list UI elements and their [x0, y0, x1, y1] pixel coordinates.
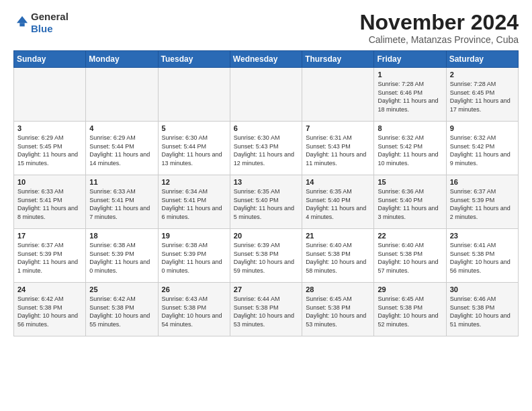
calendar-cell: 5Sunrise: 6:30 AM Sunset: 5:44 PM Daylig… [158, 122, 230, 175]
day-content: Sunrise: 6:34 AM Sunset: 5:41 PM Dayligh… [162, 187, 226, 221]
day-number: 1 [378, 71, 442, 79]
weekday-header-row: SundayMondayTuesdayWednesdayThursdayFrid… [14, 51, 519, 68]
week-row-5: 24Sunrise: 6:42 AM Sunset: 5:38 PM Dayli… [14, 283, 519, 336]
svg-rect-1 [19, 23, 24, 26]
weekday-header-thursday: Thursday [302, 51, 374, 68]
day-content: Sunrise: 6:46 AM Sunset: 5:38 PM Dayligh… [450, 295, 515, 328]
day-content: Sunrise: 7:28 AM Sunset: 6:45 PM Dayligh… [450, 80, 515, 113]
day-content: Sunrise: 6:41 AM Sunset: 5:38 PM Dayligh… [450, 241, 515, 275]
day-number: 21 [306, 232, 370, 240]
day-content: Sunrise: 6:42 AM Sunset: 5:38 PM Dayligh… [17, 295, 82, 328]
day-number: 29 [378, 285, 442, 293]
day-content: Sunrise: 6:33 AM Sunset: 5:41 PM Dayligh… [89, 187, 154, 221]
day-content: Sunrise: 6:42 AM Sunset: 5:38 PM Dayligh… [89, 295, 154, 328]
calendar-cell: 24Sunrise: 6:42 AM Sunset: 5:38 PM Dayli… [14, 283, 86, 336]
day-content: Sunrise: 6:43 AM Sunset: 5:38 PM Dayligh… [162, 295, 226, 328]
calendar-title: November 2024 [359, 11, 519, 34]
calendar-cell: 6Sunrise: 6:30 AM Sunset: 5:43 PM Daylig… [230, 122, 302, 175]
calendar-cell [302, 68, 374, 122]
day-number: 7 [306, 124, 370, 132]
day-number: 6 [234, 124, 298, 132]
day-number: 15 [378, 178, 442, 186]
week-row-4: 17Sunrise: 6:37 AM Sunset: 5:39 PM Dayli… [14, 229, 519, 283]
day-content: Sunrise: 6:32 AM Sunset: 5:42 PM Dayligh… [450, 134, 515, 167]
calendar-cell: 20Sunrise: 6:39 AM Sunset: 5:38 PM Dayli… [230, 229, 302, 283]
day-content: Sunrise: 6:40 AM Sunset: 5:38 PM Dayligh… [378, 241, 442, 275]
day-number: 12 [162, 178, 226, 186]
calendar-table: SundayMondayTuesdayWednesdayThursdayFrid… [13, 50, 519, 336]
week-row-1: 1Sunrise: 7:28 AM Sunset: 6:46 PM Daylig… [14, 68, 519, 122]
calendar-subtitle: Calimete, Matanzas Province, Cuba [359, 34, 519, 45]
calendar-cell: 13Sunrise: 6:35 AM Sunset: 5:40 PM Dayli… [230, 175, 302, 229]
calendar-cell: 29Sunrise: 6:45 AM Sunset: 5:38 PM Dayli… [374, 283, 446, 336]
calendar-cell: 3Sunrise: 6:29 AM Sunset: 5:45 PM Daylig… [14, 122, 86, 175]
day-number: 4 [89, 124, 154, 132]
day-number: 3 [17, 124, 82, 132]
svg-marker-0 [17, 16, 28, 23]
day-content: Sunrise: 6:45 AM Sunset: 5:38 PM Dayligh… [306, 295, 370, 328]
day-number: 22 [378, 232, 442, 240]
day-number: 28 [306, 285, 370, 293]
day-number: 27 [234, 285, 298, 293]
calendar-cell: 19Sunrise: 6:38 AM Sunset: 5:39 PM Dayli… [158, 229, 230, 283]
logo-icon [15, 14, 30, 29]
calendar-cell: 21Sunrise: 6:40 AM Sunset: 5:38 PM Dayli… [302, 229, 374, 283]
day-content: Sunrise: 6:31 AM Sunset: 5:43 PM Dayligh… [306, 134, 370, 167]
page-header: General Blue November 2024 Calimete, Mat… [13, 11, 519, 45]
calendar-cell: 11Sunrise: 6:33 AM Sunset: 5:41 PM Dayli… [86, 175, 158, 229]
day-content: Sunrise: 6:33 AM Sunset: 5:41 PM Dayligh… [17, 187, 82, 221]
weekday-header-wednesday: Wednesday [230, 51, 302, 68]
day-number: 20 [234, 232, 298, 240]
day-content: Sunrise: 6:30 AM Sunset: 5:44 PM Dayligh… [162, 134, 226, 167]
calendar-cell [14, 68, 86, 122]
calendar-cell: 23Sunrise: 6:41 AM Sunset: 5:38 PM Dayli… [446, 229, 518, 283]
day-number: 16 [450, 178, 515, 186]
day-number: 8 [378, 124, 442, 132]
calendar-cell: 22Sunrise: 6:40 AM Sunset: 5:38 PM Dayli… [374, 229, 446, 283]
title-block: November 2024 Calimete, Matanzas Provinc… [359, 11, 519, 45]
day-content: Sunrise: 6:44 AM Sunset: 5:38 PM Dayligh… [234, 295, 298, 328]
day-content: Sunrise: 6:37 AM Sunset: 5:39 PM Dayligh… [450, 187, 515, 221]
day-content: Sunrise: 6:35 AM Sunset: 5:40 PM Dayligh… [234, 187, 298, 221]
day-number: 9 [450, 124, 515, 132]
calendar-cell: 15Sunrise: 6:36 AM Sunset: 5:40 PM Dayli… [374, 175, 446, 229]
day-content: Sunrise: 6:29 AM Sunset: 5:45 PM Dayligh… [17, 134, 82, 167]
day-number: 17 [17, 232, 82, 240]
day-content: Sunrise: 6:36 AM Sunset: 5:40 PM Dayligh… [378, 187, 442, 221]
day-number: 11 [89, 178, 154, 186]
day-number: 25 [89, 285, 154, 293]
week-row-2: 3Sunrise: 6:29 AM Sunset: 5:45 PM Daylig… [14, 122, 519, 175]
day-number: 23 [450, 232, 515, 240]
weekday-header-monday: Monday [86, 51, 158, 68]
calendar-cell: 7Sunrise: 6:31 AM Sunset: 5:43 PM Daylig… [302, 122, 374, 175]
day-number: 30 [450, 285, 515, 293]
day-number: 19 [162, 232, 226, 240]
weekday-header-saturday: Saturday [446, 51, 518, 68]
calendar-cell: 2Sunrise: 7:28 AM Sunset: 6:45 PM Daylig… [446, 68, 518, 122]
calendar-cell: 9Sunrise: 6:32 AM Sunset: 5:42 PM Daylig… [446, 122, 518, 175]
calendar-cell: 14Sunrise: 6:35 AM Sunset: 5:40 PM Dayli… [302, 175, 374, 229]
week-row-3: 10Sunrise: 6:33 AM Sunset: 5:41 PM Dayli… [14, 175, 519, 229]
calendar-cell: 12Sunrise: 6:34 AM Sunset: 5:41 PM Dayli… [158, 175, 230, 229]
day-content: Sunrise: 6:29 AM Sunset: 5:44 PM Dayligh… [89, 134, 154, 167]
day-content: Sunrise: 7:28 AM Sunset: 6:46 PM Dayligh… [378, 80, 442, 113]
weekday-header-sunday: Sunday [14, 51, 86, 68]
day-content: Sunrise: 6:30 AM Sunset: 5:43 PM Dayligh… [234, 134, 298, 167]
calendar-cell [158, 68, 230, 122]
day-number: 14 [306, 178, 370, 186]
day-number: 2 [450, 71, 515, 79]
day-number: 26 [162, 285, 226, 293]
calendar-cell: 28Sunrise: 6:45 AM Sunset: 5:38 PM Dayli… [302, 283, 374, 336]
calendar-cell: 18Sunrise: 6:38 AM Sunset: 5:39 PM Dayli… [86, 229, 158, 283]
calendar-cell: 4Sunrise: 6:29 AM Sunset: 5:44 PM Daylig… [86, 122, 158, 175]
calendar-cell: 17Sunrise: 6:37 AM Sunset: 5:39 PM Dayli… [14, 229, 86, 283]
day-number: 5 [162, 124, 226, 132]
day-content: Sunrise: 6:37 AM Sunset: 5:39 PM Dayligh… [17, 241, 82, 275]
calendar-cell [230, 68, 302, 122]
day-number: 18 [89, 232, 154, 240]
calendar-cell: 8Sunrise: 6:32 AM Sunset: 5:42 PM Daylig… [374, 122, 446, 175]
day-content: Sunrise: 6:40 AM Sunset: 5:38 PM Dayligh… [306, 241, 370, 275]
day-content: Sunrise: 6:45 AM Sunset: 5:38 PM Dayligh… [378, 295, 442, 328]
day-content: Sunrise: 6:32 AM Sunset: 5:42 PM Dayligh… [378, 134, 442, 167]
weekday-header-tuesday: Tuesday [158, 51, 230, 68]
